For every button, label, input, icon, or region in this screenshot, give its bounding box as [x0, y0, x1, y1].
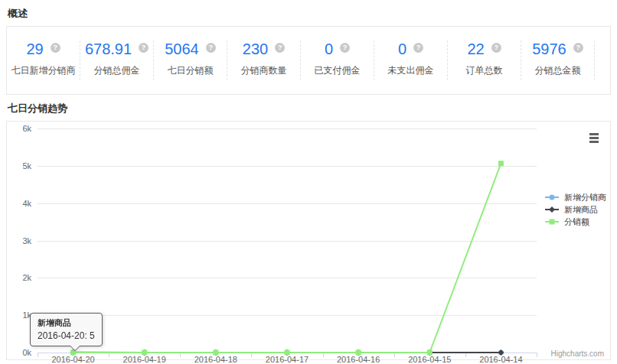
stat-card-distributor-count: 230? 分销商数量	[227, 41, 301, 80]
stat-value: 22	[467, 41, 484, 57]
help-icon[interactable]: ?	[51, 43, 60, 53]
help-icon[interactable]: ?	[413, 43, 423, 53]
chart-export-menu-icon[interactable]	[588, 132, 600, 145]
stat-value: 5064	[165, 41, 199, 57]
trend-chart: 6k 5k 4k 3k 2k 1k 0k 2016-04-20 2016-04-…	[6, 121, 611, 360]
series-line	[73, 164, 501, 353]
stat-label: 分销总金额	[521, 64, 594, 77]
help-icon[interactable]: ?	[340, 43, 350, 53]
stat-label: 七日新增分销商	[7, 64, 80, 77]
stat-label: 分销总佣金	[80, 64, 153, 77]
stat-card-total-sales: 5976? 分销总金额	[521, 41, 595, 80]
data-point[interactable]	[550, 195, 555, 200]
stat-card-total-commission: 678.91? 分销总佣金	[80, 41, 154, 80]
y-axis-tick: 5k	[7, 161, 31, 171]
legend-label: 新增分销商	[564, 192, 606, 203]
y-axis-tick: 0k	[7, 347, 31, 358]
help-icon[interactable]: ?	[491, 43, 501, 53]
overview-title: 概述	[8, 0, 609, 26]
stat-value: 230	[243, 41, 268, 57]
chart-legend: 新增分销商 新增商品 分销额	[545, 191, 606, 228]
stat-value: 0	[325, 41, 333, 57]
x-axis-tick: 2016-04-15	[394, 355, 465, 364]
stat-value: 678.91	[85, 41, 132, 57]
help-icon[interactable]: ?	[139, 43, 149, 53]
stat-card-order-count: 22? 订单总数	[448, 41, 521, 80]
stat-card-sales-7d: 5064? 七日分销额	[154, 41, 227, 80]
stat-label: 订单总数	[448, 64, 521, 77]
y-axis-tick: 6k	[7, 123, 31, 134]
stat-label: 分销商数量	[227, 64, 300, 77]
stat-label: 七日分销额	[154, 64, 227, 77]
y-axis-tick: 2k	[7, 272, 31, 283]
help-icon[interactable]: ?	[275, 43, 285, 53]
trend-title: 七日分销趋势	[8, 95, 609, 121]
stat-card-new-distributors-7d: 29? 七日新增分销商	[7, 41, 80, 80]
stats-summary: 29? 七日新增分销商 678.91? 分销总佣金 5064? 七日分销额 23…	[6, 26, 611, 95]
x-axis-tick: 2016-04-18	[180, 355, 251, 364]
tooltip-value: 2016-04-20: 5	[38, 330, 95, 341]
stat-card-unpaid-commission: 0? 未支出佣金	[374, 41, 448, 80]
stat-card-paid-commission: 0? 已支付佣金	[301, 41, 374, 80]
data-point[interactable]	[498, 161, 504, 166]
help-icon[interactable]: ?	[206, 43, 216, 53]
tooltip-series-name: 新增商品	[38, 317, 95, 329]
legend-marker-diamond-icon	[545, 206, 560, 213]
help-icon[interactable]: ?	[573, 43, 583, 53]
stat-label: 未支出佣金	[374, 64, 447, 77]
highcharts-credit[interactable]: Highcharts.com	[551, 349, 604, 358]
stat-label: 已支付佣金	[301, 64, 374, 77]
legend-marker-square-icon	[545, 218, 560, 226]
x-axis-tick: 2016-04-14	[465, 355, 537, 364]
y-axis-tick: 3k	[7, 236, 31, 246]
stat-value: 5976	[532, 41, 566, 57]
legend-label: 分销额	[564, 216, 589, 228]
dashboard-page: 概述 29? 七日新增分销商 678.91? 分销总佣金 5064? 七日分销额…	[0, 0, 617, 360]
legend-label: 新增商品	[564, 204, 598, 216]
data-point[interactable]	[549, 206, 555, 213]
x-axis-tick: 2016-04-19	[109, 355, 180, 364]
legend-item-sales-amount[interactable]: 分销额	[545, 216, 606, 228]
legend-item-new-products[interactable]: 新增商品	[545, 203, 606, 216]
chart-tooltip: 新增商品 2016-04-20: 5	[30, 313, 103, 346]
legend-item-new-distributors[interactable]: 新增分销商	[545, 191, 606, 203]
legend-marker-circle-icon	[545, 193, 560, 201]
x-axis-tick: 2016-04-17	[251, 355, 322, 364]
data-point[interactable]	[550, 219, 555, 225]
x-axis-tick: 2016-04-20	[38, 355, 109, 364]
y-axis-tick: 4k	[7, 198, 31, 209]
stat-value: 0	[398, 41, 406, 57]
x-axis-tick: 2016-04-16	[323, 355, 394, 364]
y-axis-tick: 1k	[7, 310, 31, 320]
stat-value: 29	[26, 41, 43, 57]
